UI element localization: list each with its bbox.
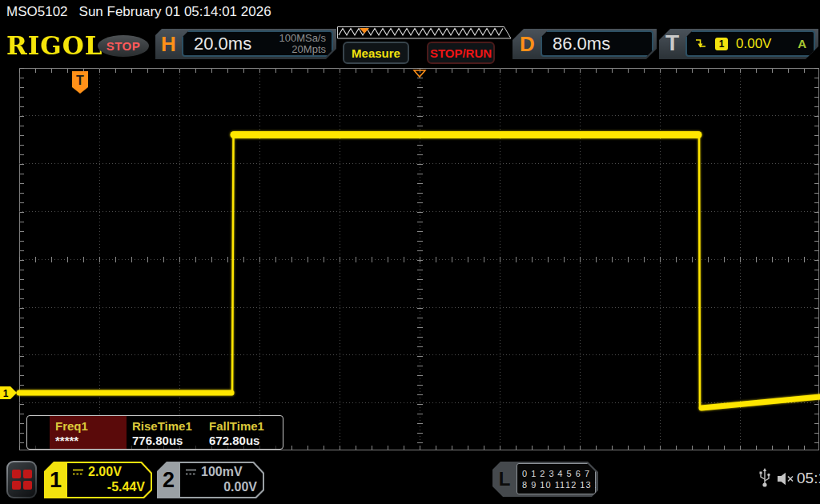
channel-1-offset: -5.44V [72,480,145,494]
delay-well: 86.0ms [541,30,653,57]
stop-run-button[interactable]: STOP/RUN [427,42,495,64]
delay-value: 86.0ms [553,34,610,54]
ch1-waveform-trace [19,134,820,408]
memory-overview-strip[interactable] [337,26,512,39]
measure-button[interactable]: Measure [343,42,409,64]
horizontal-label: H [161,32,176,57]
measurement-name: Freq1 [55,418,127,434]
measure-button-label: Measure [352,46,400,60]
trigger-label: T [665,30,679,56]
channel-2-offset: 0.00V [185,480,257,494]
dc-coupling-icon [185,468,197,476]
wave-low-right [701,397,820,408]
ch1-level-marker-digit: 1 [3,388,9,399]
measurement-item-falltime1[interactable]: FallTime1 672.80us [203,416,280,449]
oscilloscope-screen: MSO5102 Sun February 01 05:14:01 2026 RI… [0,0,820,504]
digital-channels-4-7: 4 5 6 7 [557,469,590,478]
timebase-value: 20.0ms [194,34,251,54]
channel-2-badge[interactable]: 2 100mV 0.00V [157,462,264,498]
measurement-value: ***** [55,434,127,448]
ch1-level-marker[interactable]: 1 [0,386,17,399]
measurement-value: 776.80us [132,434,203,448]
stop-run-button-label: STOP/RUN [430,46,492,60]
trigger-marker-letter: T [76,74,84,87]
measurement-item-freq1[interactable]: Freq1 ***** [50,416,127,449]
channel-1-scale: 2.00V [88,465,122,479]
trigger-well: 1 0.00V A [685,30,815,57]
wave-rise [232,136,234,394]
measurement-results-box[interactable]: Freq1 ***** RiseTime1 776.80us FallTime1… [26,415,283,450]
digital-channels-0-3: 0 1 2 3 [522,469,555,478]
memory-depth: 20Mpts [291,43,326,55]
channel-1-tab[interactable]: 1 [44,462,67,498]
trigger-panel[interactable]: T 1 0.00V A [659,29,818,59]
speaker-muted-icon[interactable] [777,472,795,486]
usb-icon [758,467,771,488]
wave-fall [699,134,700,406]
horizontal-panel[interactable]: H 20.0ms 100MSa/s 20Mpts [155,29,336,59]
datetime: Sun February 01 05:14:01 2026 [79,4,271,20]
trigger-position-marker[interactable]: T [72,71,88,94]
title-bar: MSO5102 Sun February 01 05:14:01 2026 [0,0,820,24]
digital-channels-12-15: 12 13 14 15 [565,480,621,490]
trigger-level-value: 0.00V [736,36,771,52]
dc-coupling-icon [72,468,84,476]
sample-rate: 100MSa/s [279,32,326,44]
acquisition-status-label: STOP [107,39,141,53]
rigol-logo: RIGOL [6,30,103,60]
acquisition-status-badge: STOP [98,35,149,57]
system-clock: 05:13 [797,470,820,487]
delay-label: D [520,32,535,57]
horizontal-well: 20.0ms 100MSa/s 20Mpts [182,30,333,57]
channel-2-tab[interactable]: 2 [157,462,180,498]
measurement-name: RiseTime1 [132,418,203,434]
measurement-item-risetime1[interactable]: RiseTime1 776.80us [127,416,203,449]
main-menu-button[interactable] [6,461,37,498]
delay-panel[interactable]: D 86.0ms [512,29,657,59]
digital-channels-8-11: 8 9 10 11 [522,480,565,490]
graticule-and-waveform: T 1 [0,67,820,456]
falling-edge-trigger-icon [694,38,707,50]
model-name: MSO5102 [6,4,68,20]
measurement-name: FallTime1 [209,418,280,434]
waveform-display-area: T 1 Freq1 ***** RiseTime1 776.80us FallT… [0,67,820,456]
channel-2-scale: 100mV [201,465,243,479]
logic-analyzer-tab[interactable]: L [492,462,517,497]
measurement-value: 672.80us [209,434,280,448]
logic-analyzer-badge[interactable]: L 0 1 2 3 4 5 6 7 8 9 10 11 12 13 14 15 [492,462,598,497]
channel-1-badge[interactable]: 1 2.00V -5.44V [44,462,152,498]
trigger-sweep-mode: A [798,37,806,50]
menu-grid-icon [8,462,35,497]
trigger-source-badge: 1 [715,38,728,50]
